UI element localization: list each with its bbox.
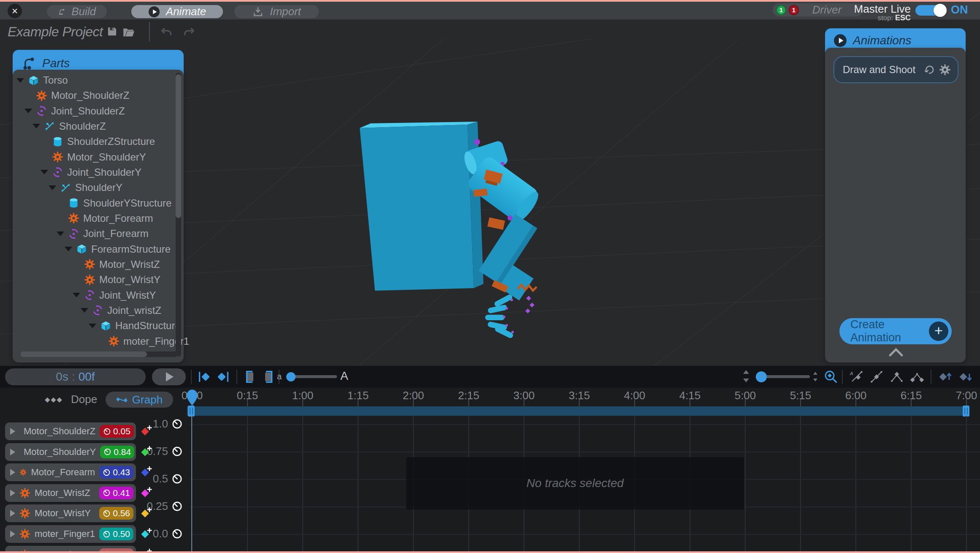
expander-icon[interactable] — [33, 124, 40, 128]
bracket-in-icon[interactable] — [242, 368, 258, 385]
ease-linear-icon[interactable] — [868, 368, 885, 385]
range-start-handle[interactable] — [188, 406, 195, 417]
tab-dope[interactable]: Dope — [71, 393, 97, 406]
timeline-range-band[interactable] — [187, 406, 969, 416]
expander-icon[interactable] — [24, 109, 32, 113]
toggle-knob[interactable] — [934, 4, 947, 17]
playhead-line[interactable] — [191, 416, 192, 552]
add-keyframe-icon[interactable] — [139, 506, 153, 520]
size-slider-thumb[interactable] — [286, 372, 296, 381]
track-row-Motor_ShoulderZ[interactable]: Motor_ShoulderZ0.05 — [5, 422, 136, 440]
tree-item-Motor_ShoulderY[interactable]: Motor_ShoulderY — [41, 150, 146, 165]
keyframe-up-icon[interactable] — [937, 368, 953, 385]
track-value-badge[interactable]: 0.56 — [99, 507, 133, 520]
tab-graph[interactable]: Graph — [106, 392, 173, 408]
cube-icon — [100, 320, 111, 332]
expander-icon[interactable] — [41, 170, 48, 174]
gear-icon[interactable] — [939, 64, 951, 76]
range-end-handle[interactable] — [963, 406, 969, 417]
zoom-spinner-up[interactable] — [743, 370, 749, 374]
ease-out-icon[interactable] — [909, 368, 926, 385]
expander-icon[interactable] — [10, 428, 15, 435]
tab-build[interactable]: Build — [47, 5, 107, 18]
tree-item-Joint_ShoulderY[interactable]: Joint_ShoulderY — [41, 165, 141, 180]
track-value-badge[interactable]: 0.05 — [100, 425, 134, 438]
ease-in-icon[interactable] — [888, 368, 905, 385]
ease-auto-icon[interactable]: A — [848, 368, 865, 385]
save-icon[interactable] — [106, 26, 118, 37]
redo-icon[interactable] — [182, 26, 196, 39]
tree-item-Motor_WristZ[interactable]: Motor_WristZ — [73, 257, 160, 272]
expander-icon[interactable] — [65, 247, 72, 251]
expander-icon[interactable] — [10, 469, 15, 476]
expander-icon[interactable] — [10, 510, 15, 517]
expander-icon[interactable] — [89, 324, 96, 328]
tree-item-Joint_wristZ[interactable]: Joint_wristZ — [81, 303, 161, 318]
tree-item-Motor_ShoulderZ[interactable]: Motor_ShoulderZ — [24, 88, 129, 103]
tree-item-Motor_Forearm[interactable]: Motor_Forearm — [57, 211, 153, 226]
play-circle-icon — [833, 34, 847, 47]
keyframe-prev-icon[interactable] — [196, 368, 213, 385]
animations-panel-title: Animations — [853, 34, 912, 47]
add-keyframe-icon[interactable] — [139, 465, 153, 479]
expander-icon[interactable] — [10, 449, 15, 455]
tree-item-ShoulderYStructure[interactable]: ShoulderYStructure — [57, 196, 171, 211]
open-folder-icon[interactable] — [122, 26, 135, 39]
zoom-spinner-down[interactable] — [743, 379, 749, 382]
tree-item-ShoulderZStructure[interactable]: ShoulderZStructure — [41, 134, 155, 149]
track-row-Motor_Forearm[interactable]: Motor_Forearm0.43 — [5, 463, 136, 481]
parts-scrollbar-thumb-horizontal[interactable] — [20, 351, 147, 357]
track-value-badge[interactable]: 0.50 — [99, 528, 133, 540]
zoom-mini-spinner-up[interactable] — [813, 372, 817, 375]
tree-item-Torso[interactable]: Torso — [16, 73, 68, 88]
tree-item-Joint_WristY[interactable]: Joint_WristY — [73, 288, 156, 303]
tab-import[interactable]: Import — [234, 5, 319, 18]
close-button[interactable]: ✕ — [8, 4, 22, 18]
tree-item-Joint_Forearm[interactable]: Joint_Forearm — [57, 226, 149, 241]
master-live-toggle[interactable] — [915, 5, 946, 16]
bracket-out-icon[interactable] — [260, 368, 277, 385]
playhead[interactable] — [186, 388, 198, 406]
tab-animate[interactable]: Animate — [131, 5, 223, 18]
expander-icon[interactable] — [57, 232, 64, 236]
track-value-badge[interactable]: 0.41 — [99, 487, 133, 499]
time-display[interactable]: 0s : 00f — [5, 368, 146, 385]
expander-icon[interactable] — [10, 531, 15, 537]
expander-icon[interactable] — [73, 293, 80, 297]
parts-scrollbar-thumb-vertical[interactable] — [176, 74, 181, 218]
tree-item-ForearmStructure[interactable]: ForearmStructure — [65, 242, 171, 257]
dope-sheet-icon[interactable]: ◆◆◆ — [45, 395, 63, 403]
animation-item-draw-and-shoot[interactable]: Draw and Shoot — [833, 56, 958, 83]
expander-icon[interactable] — [16, 78, 24, 83]
grid-line-vertical — [911, 416, 912, 552]
keyframe-next-icon[interactable] — [214, 368, 231, 385]
collapse-panel-chevron[interactable] — [888, 346, 904, 357]
zoom-mini-spinner-down[interactable] — [813, 379, 817, 381]
expander-icon[interactable] — [49, 185, 56, 190]
track-value-badge[interactable]: 0.84 — [100, 446, 134, 458]
add-keyframe-icon[interactable] — [139, 445, 153, 458]
track-row-Motor_WristZ[interactable]: Motor_WristZ0.41 — [5, 484, 136, 502]
play-button[interactable] — [152, 368, 186, 385]
zoom-fit-icon[interactable] — [823, 368, 839, 385]
add-keyframe-icon[interactable] — [139, 486, 153, 499]
track-row-moter_Finger1[interactable]: moter_Finger10.50 — [5, 525, 136, 543]
expander-icon[interactable] — [81, 308, 88, 313]
add-keyframe-icon[interactable] — [139, 424, 153, 438]
add-keyframe-icon[interactable] — [139, 527, 153, 540]
undo-icon[interactable] — [160, 26, 173, 39]
tree-item-Joint_ShoulderZ[interactable]: Joint_ShoulderZ — [24, 104, 125, 119]
loop-icon[interactable] — [924, 64, 936, 76]
track-row-Motor_WristY[interactable]: Motor_WristY0.56 — [5, 504, 136, 522]
track-value-badge[interactable]: 0.43 — [99, 466, 133, 479]
tree-item-HandStructure[interactable]: HandStructure — [89, 318, 181, 333]
expander-icon[interactable] — [10, 490, 15, 496]
tree-item-ShoulderY[interactable]: ShoulderY — [49, 180, 122, 195]
create-animation-button[interactable]: Create Animation + — [839, 318, 952, 344]
keyframe-down-icon[interactable] — [957, 368, 974, 385]
tree-item-Motor_WristY[interactable]: Motor_WristY — [73, 272, 160, 287]
gear-icon — [68, 212, 79, 224]
tree-item-ShoulderZ[interactable]: ShoulderZ — [33, 119, 106, 134]
track-row-Motor_ShoulderY[interactable]: Motor_ShoulderY0.84 — [5, 443, 136, 461]
zoom-slider-thumb[interactable] — [756, 371, 767, 382]
